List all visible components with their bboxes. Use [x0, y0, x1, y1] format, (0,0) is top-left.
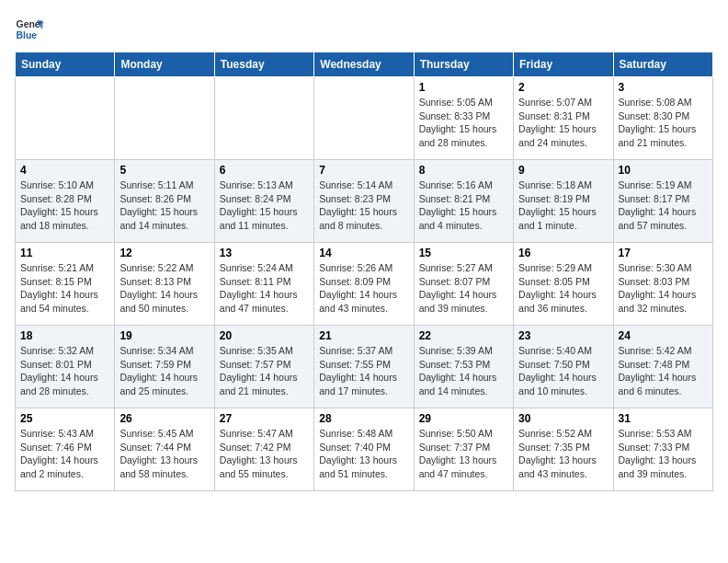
day-number: 1 — [419, 81, 508, 94]
day-number: 10 — [619, 164, 708, 177]
calendar-cell: 27Sunrise: 5:47 AM Sunset: 7:42 PM Dayli… — [214, 408, 313, 491]
calendar-cell: 19Sunrise: 5:34 AM Sunset: 7:59 PM Dayli… — [115, 326, 214, 408]
day-number: 23 — [518, 329, 608, 342]
calendar-cell: 15Sunrise: 5:27 AM Sunset: 8:07 PM Dayli… — [414, 243, 513, 326]
day-info: Sunrise: 5:26 AM Sunset: 8:09 PM Dayligh… — [319, 261, 408, 316]
day-info: Sunrise: 5:47 AM Sunset: 7:42 PM Dayligh… — [220, 427, 309, 481]
day-number: 15 — [419, 247, 508, 259]
day-info: Sunrise: 5:37 AM Sunset: 7:55 PM Dayligh… — [319, 344, 408, 398]
calendar-cell: 31Sunrise: 5:53 AM Sunset: 7:33 PM Dayli… — [613, 408, 712, 491]
calendar-cell: 6Sunrise: 5:13 AM Sunset: 8:24 PM Daylig… — [214, 160, 313, 243]
day-number: 24 — [619, 329, 708, 342]
logo: General Blue — [15, 15, 44, 44]
weekday-header: Thursday — [414, 52, 513, 77]
calendar-cell: 14Sunrise: 5:26 AM Sunset: 8:09 PM Dayli… — [314, 243, 414, 326]
calendar-cell: 17Sunrise: 5:30 AM Sunset: 8:03 PM Dayli… — [613, 243, 712, 326]
calendar-cell: 3Sunrise: 5:08 AM Sunset: 8:30 PM Daylig… — [613, 77, 712, 160]
calendar-week-row: 18Sunrise: 5:32 AM Sunset: 8:01 PM Dayli… — [16, 326, 713, 408]
calendar-cell — [314, 77, 414, 160]
day-info: Sunrise: 5:42 AM Sunset: 7:48 PM Dayligh… — [619, 344, 708, 398]
weekday-header: Sunday — [16, 52, 115, 77]
day-info: Sunrise: 5:48 AM Sunset: 7:40 PM Dayligh… — [319, 427, 408, 481]
day-info: Sunrise: 5:34 AM Sunset: 7:59 PM Dayligh… — [119, 344, 209, 398]
logo-icon: General Blue — [15, 15, 44, 44]
calendar-cell: 11Sunrise: 5:21 AM Sunset: 8:15 PM Dayli… — [16, 243, 115, 326]
calendar-cell — [115, 77, 214, 160]
day-number: 5 — [119, 164, 209, 177]
day-info: Sunrise: 5:10 AM Sunset: 8:28 PM Dayligh… — [20, 178, 109, 233]
day-info: Sunrise: 5:18 AM Sunset: 8:19 PM Dayligh… — [518, 178, 608, 233]
calendar-cell: 21Sunrise: 5:37 AM Sunset: 7:55 PM Dayli… — [314, 326, 414, 408]
calendar-week-row: 4Sunrise: 5:10 AM Sunset: 8:28 PM Daylig… — [16, 160, 713, 243]
day-info: Sunrise: 5:05 AM Sunset: 8:33 PM Dayligh… — [419, 96, 508, 150]
svg-text:Blue: Blue — [17, 30, 38, 40]
calendar-cell — [16, 77, 115, 160]
day-number: 28 — [319, 412, 408, 425]
day-number: 26 — [119, 412, 209, 425]
calendar-cell: 26Sunrise: 5:45 AM Sunset: 7:44 PM Dayli… — [115, 408, 214, 491]
calendar-cell: 23Sunrise: 5:40 AM Sunset: 7:50 PM Dayli… — [514, 326, 613, 408]
calendar-cell: 5Sunrise: 5:11 AM Sunset: 8:26 PM Daylig… — [115, 160, 214, 243]
day-info: Sunrise: 5:21 AM Sunset: 8:15 PM Dayligh… — [20, 261, 109, 316]
calendar-cell: 2Sunrise: 5:07 AM Sunset: 8:31 PM Daylig… — [514, 77, 613, 160]
day-number: 22 — [419, 329, 508, 342]
calendar-week-row: 25Sunrise: 5:43 AM Sunset: 7:46 PM Dayli… — [16, 408, 713, 491]
day-number: 7 — [319, 164, 408, 177]
calendar-cell: 9Sunrise: 5:18 AM Sunset: 8:19 PM Daylig… — [514, 160, 613, 243]
weekday-header: Wednesday — [314, 52, 414, 77]
day-info: Sunrise: 5:39 AM Sunset: 7:53 PM Dayligh… — [419, 344, 508, 398]
calendar-cell — [214, 77, 313, 160]
calendar-cell: 10Sunrise: 5:19 AM Sunset: 8:17 PM Dayli… — [613, 160, 712, 243]
day-info: Sunrise: 5:16 AM Sunset: 8:21 PM Dayligh… — [419, 178, 508, 233]
weekday-header: Tuesday — [214, 52, 313, 77]
day-number: 19 — [119, 329, 209, 342]
day-number: 14 — [319, 247, 408, 259]
day-info: Sunrise: 5:14 AM Sunset: 8:23 PM Dayligh… — [319, 178, 408, 233]
calendar-cell: 16Sunrise: 5:29 AM Sunset: 8:05 PM Dayli… — [514, 243, 613, 326]
day-number: 17 — [619, 247, 708, 259]
day-number: 16 — [518, 247, 608, 259]
calendar-cell: 18Sunrise: 5:32 AM Sunset: 8:01 PM Dayli… — [16, 326, 115, 408]
day-number: 4 — [20, 164, 109, 177]
day-number: 2 — [518, 81, 608, 94]
calendar-cell: 22Sunrise: 5:39 AM Sunset: 7:53 PM Dayli… — [414, 326, 513, 408]
calendar-week-row: 1Sunrise: 5:05 AM Sunset: 8:33 PM Daylig… — [16, 77, 713, 160]
weekday-header: Monday — [115, 52, 214, 77]
day-number: 11 — [20, 247, 109, 259]
day-info: Sunrise: 5:08 AM Sunset: 8:30 PM Dayligh… — [619, 96, 708, 150]
day-number: 30 — [518, 412, 608, 425]
calendar-cell: 29Sunrise: 5:50 AM Sunset: 7:37 PM Dayli… — [414, 408, 513, 491]
calendar-cell: 7Sunrise: 5:14 AM Sunset: 8:23 PM Daylig… — [314, 160, 414, 243]
weekday-header: Saturday — [613, 52, 712, 77]
day-info: Sunrise: 5:07 AM Sunset: 8:31 PM Dayligh… — [518, 96, 608, 150]
calendar-cell: 28Sunrise: 5:48 AM Sunset: 7:40 PM Dayli… — [314, 408, 414, 491]
calendar-cell: 1Sunrise: 5:05 AM Sunset: 8:33 PM Daylig… — [414, 77, 513, 160]
day-number: 8 — [419, 164, 508, 177]
day-info: Sunrise: 5:52 AM Sunset: 7:35 PM Dayligh… — [518, 427, 608, 481]
day-info: Sunrise: 5:27 AM Sunset: 8:07 PM Dayligh… — [419, 261, 508, 316]
calendar-cell: 4Sunrise: 5:10 AM Sunset: 8:28 PM Daylig… — [16, 160, 115, 243]
day-info: Sunrise: 5:35 AM Sunset: 7:57 PM Dayligh… — [220, 344, 309, 398]
calendar-cell: 20Sunrise: 5:35 AM Sunset: 7:57 PM Dayli… — [214, 326, 313, 408]
day-number: 20 — [220, 329, 309, 342]
day-number: 18 — [20, 329, 109, 342]
calendar-cell: 25Sunrise: 5:43 AM Sunset: 7:46 PM Dayli… — [16, 408, 115, 491]
page-header: General Blue — [15, 15, 713, 44]
day-info: Sunrise: 5:19 AM Sunset: 8:17 PM Dayligh… — [619, 178, 708, 233]
calendar-table: SundayMondayTuesdayWednesdayThursdayFrid… — [15, 52, 713, 491]
day-info: Sunrise: 5:50 AM Sunset: 7:37 PM Dayligh… — [419, 427, 508, 481]
day-number: 27 — [220, 412, 309, 425]
day-number: 13 — [220, 247, 309, 259]
day-info: Sunrise: 5:30 AM Sunset: 8:03 PM Dayligh… — [619, 261, 708, 316]
calendar-cell: 24Sunrise: 5:42 AM Sunset: 7:48 PM Dayli… — [613, 326, 712, 408]
calendar-week-row: 11Sunrise: 5:21 AM Sunset: 8:15 PM Dayli… — [16, 243, 713, 326]
day-info: Sunrise: 5:29 AM Sunset: 8:05 PM Dayligh… — [518, 261, 608, 316]
day-number: 29 — [419, 412, 508, 425]
day-number: 6 — [220, 164, 309, 177]
day-info: Sunrise: 5:45 AM Sunset: 7:44 PM Dayligh… — [119, 427, 209, 481]
day-number: 21 — [319, 329, 408, 342]
day-info: Sunrise: 5:40 AM Sunset: 7:50 PM Dayligh… — [518, 344, 608, 398]
day-info: Sunrise: 5:24 AM Sunset: 8:11 PM Dayligh… — [220, 261, 309, 316]
calendar-cell: 13Sunrise: 5:24 AM Sunset: 8:11 PM Dayli… — [214, 243, 313, 326]
day-info: Sunrise: 5:32 AM Sunset: 8:01 PM Dayligh… — [20, 344, 109, 398]
